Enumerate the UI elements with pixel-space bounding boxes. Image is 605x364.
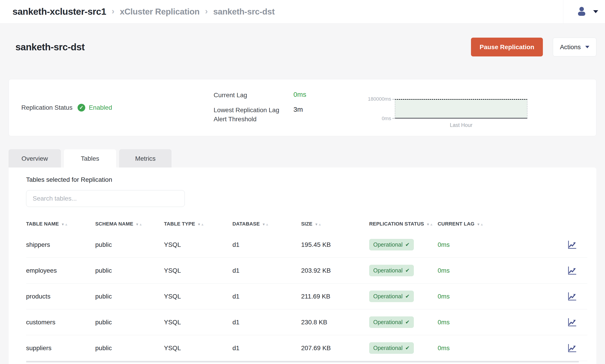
table-row: shippers public YSQL d1 195.45 KB Operat… [26, 232, 587, 258]
lag-graph-button[interactable] [567, 317, 577, 327]
cell-schema-name: public [95, 293, 164, 300]
horizontal-scrollbar[interactable] [26, 361, 579, 363]
cell-current-lag: 0ms [438, 293, 536, 300]
tab-overview[interactable]: Overview [9, 149, 61, 168]
cell-table-type: YSQL [164, 293, 232, 300]
table-row: customers public YSQL d1 230.8 KB Operat… [26, 309, 587, 335]
cell-size: 203.92 KB [301, 267, 369, 274]
cell-current-lag: 0ms [438, 267, 536, 274]
sort-icons: ▼▲ [197, 222, 204, 226]
replication-status-label: Replication Status [21, 104, 73, 111]
line-chart-icon [567, 273, 577, 276]
page-title: sanketh-src-dst [15, 42, 85, 52]
lag-graph-button[interactable] [567, 240, 577, 250]
column-header-database[interactable]: DATABASE▼▲ [232, 221, 301, 227]
cell-schema-name: public [95, 319, 164, 326]
panel-heading: Tables selected for Replication [26, 176, 587, 183]
table-row: products public YSQL d1 211.69 KB Operat… [26, 284, 587, 309]
breadcrumb-separator-icon: › [205, 7, 208, 16]
check-icon: ✔ [405, 319, 409, 325]
sort-icons: ▼▲ [477, 222, 484, 226]
cell-size: 230.8 KB [301, 319, 369, 326]
breadcrumb-current: sanketh-src-dst [213, 7, 275, 16]
breadcrumb-separator-icon: › [112, 7, 114, 16]
header-actions: Pause Replication Actions [471, 38, 596, 56]
lag-graph-button[interactable] [567, 343, 577, 353]
y-min-label: 0ms [382, 116, 391, 121]
breadcrumb: sanketh-xcluster-src1 › xCluster Replica… [13, 6, 275, 17]
column-header-schema-name[interactable]: SCHEMA NAME▼▲ [95, 221, 164, 227]
lag-chart-section: 180000ms 0ms Last Hour [360, 79, 596, 136]
cell-database: d1 [232, 267, 301, 274]
current-lag-value: 0ms [293, 91, 306, 100]
cell-schema-name: public [95, 345, 164, 352]
sort-icons: ▼▲ [315, 222, 322, 226]
lag-chart-y-axis: 180000ms 0ms [360, 99, 395, 118]
column-header-current-lag[interactable]: CURRENT LAG▼▲ [438, 221, 536, 227]
table-row: suppliers public YSQL d1 207.69 KB Opera… [26, 335, 587, 361]
check-icon: ✔ [405, 242, 409, 248]
search-input[interactable] [26, 190, 185, 207]
cell-table-name: suppliers [26, 345, 95, 352]
sort-icons: ▼▲ [262, 222, 269, 226]
breadcrumb-cluster[interactable]: sanketh-xcluster-src1 [13, 6, 106, 17]
cell-table-type: YSQL [164, 319, 232, 326]
column-header-size[interactable]: SIZE▼▲ [301, 221, 369, 227]
cell-size: 207.69 KB [301, 345, 369, 352]
lag-summary-section: Current Lag 0ms Lowest Replication Lag A… [201, 79, 360, 136]
status-badge: Operational✔ [369, 342, 414, 354]
lag-alert-threshold-value: 3m [293, 106, 303, 124]
status-badge: Operational✔ [369, 265, 414, 276]
chevron-down-icon [585, 46, 589, 48]
cell-database: d1 [232, 241, 301, 248]
tables-panel: Tables selected for Replication TABLE NA… [9, 168, 596, 364]
user-icon [577, 6, 587, 17]
pause-replication-button[interactable]: Pause Replication [471, 38, 543, 56]
actions-button[interactable]: Actions [553, 38, 596, 56]
sort-icons: ▼▲ [426, 222, 433, 226]
cell-size: 211.69 KB [301, 293, 369, 300]
cell-table-name: customers [26, 319, 95, 326]
lag-chart-x-label: Last Hour [395, 122, 527, 128]
cell-database: d1 [232, 345, 301, 352]
status-badge: Operational✔ [369, 239, 414, 250]
chevron-down-icon [593, 10, 598, 13]
cell-database: d1 [232, 293, 301, 300]
current-lag-label: Current Lag [214, 91, 293, 100]
sort-icons: ▼▲ [136, 222, 142, 226]
check-icon: ✔ [405, 293, 409, 299]
status-badge: Operational✔ [369, 291, 414, 302]
top-nav: sanketh-xcluster-src1 › xCluster Replica… [0, 0, 605, 24]
cell-current-lag: 0ms [438, 319, 536, 326]
cell-table-name: shippers [26, 241, 95, 248]
check-icon: ✔ [405, 267, 409, 273]
column-header-table-type[interactable]: TABLE TYPE▼▲ [164, 221, 232, 227]
cell-table-type: YSQL [164, 267, 232, 274]
y-tick [392, 99, 395, 100]
sort-icons: ▼▲ [61, 222, 68, 226]
cell-table-name: employees [26, 267, 95, 274]
user-menu[interactable] [563, 6, 605, 17]
lag-graph-button[interactable] [567, 266, 577, 276]
replication-status-value: Enabled [89, 104, 112, 111]
page-header: sanketh-src-dst Pause Replication Action… [9, 38, 596, 56]
cell-current-lag: 0ms [438, 241, 536, 248]
cell-schema-name: public [95, 241, 164, 248]
breadcrumb-section[interactable]: xCluster Replication [120, 7, 199, 16]
column-header-table-name[interactable]: TABLE NAME▼▲ [26, 221, 95, 227]
cell-database: d1 [232, 319, 301, 326]
cell-table-type: YSQL [164, 345, 232, 352]
replication-status-section: Replication Status ✓ Enabled [9, 79, 201, 136]
column-header-replication-status[interactable]: REPLICATION STATUS▼▲ [369, 221, 438, 227]
cell-table-type: YSQL [164, 241, 232, 248]
tab-metrics[interactable]: Metrics [119, 149, 171, 168]
status-badge: Operational✔ [369, 316, 414, 328]
y-max-label: 180000ms [368, 96, 391, 102]
tab-tables[interactable]: Tables [64, 149, 116, 168]
y-tick [392, 118, 395, 118]
lag-alert-threshold-label: Lowest Replication Lag Alert Threshold [214, 106, 293, 124]
check-icon: ✔ [405, 345, 409, 351]
lag-graph-button[interactable] [567, 291, 577, 301]
actions-button-label: Actions [560, 43, 581, 51]
tab-bar: Overview Tables Metrics [9, 149, 596, 168]
